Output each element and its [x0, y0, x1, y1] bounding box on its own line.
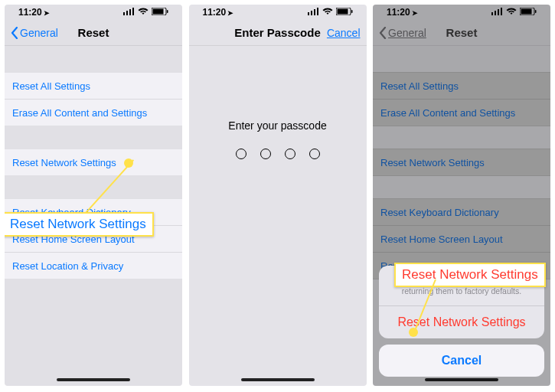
cell-reset-network-settings[interactable]: Reset Network Settings	[5, 149, 182, 176]
passcode-prompt: Enter your passcode	[189, 119, 367, 132]
passcode-dot[interactable]	[236, 149, 246, 159]
status-time: 11:20	[203, 7, 227, 18]
svg-rect-8	[311, 11, 312, 15]
svg-rect-7	[308, 12, 309, 15]
callout-pointer-dot	[409, 328, 418, 337]
svg-rect-12	[337, 9, 348, 15]
nav-bar: General Reset	[5, 20, 182, 46]
status-bar: 11:20➤	[5, 5, 182, 20]
svg-rect-0	[123, 12, 125, 15]
screen-enter-passcode: 11:20➤ Enter Passcode Cancel Enter your …	[189, 5, 367, 386]
passcode-dot[interactable]	[260, 149, 271, 159]
location-icon: ➤	[227, 9, 233, 17]
cell-label: Erase All Content and Settings	[12, 107, 147, 119]
cell-label: Reset Network Settings	[12, 157, 116, 168]
passcode-dot[interactable]	[285, 149, 295, 159]
passcode-dots	[189, 149, 367, 159]
svg-rect-3	[132, 8, 134, 15]
svg-rect-6	[167, 10, 168, 13]
signal-icon	[123, 7, 135, 18]
svg-rect-13	[351, 10, 353, 13]
callout-reset-network-settings: Reset Network Settings	[394, 263, 546, 287]
svg-rect-10	[317, 8, 318, 15]
nav-title: Reset	[78, 26, 109, 39]
screen-reset-action-sheet: 11:20➤ General Reset Reset All Settings …	[373, 5, 550, 386]
nav-back-button[interactable]: General	[8, 20, 61, 46]
home-indicator[interactable]	[57, 378, 130, 381]
cell-erase-all-content[interactable]: Erase All Content and Settings	[5, 99, 182, 126]
status-bar: 11:20➤	[189, 5, 367, 20]
signal-icon	[308, 7, 319, 18]
status-time: 11:20	[18, 7, 42, 18]
action-sheet-cancel-button[interactable]: Cancel	[379, 345, 544, 377]
passcode-dot[interactable]	[309, 149, 320, 159]
wifi-icon	[322, 7, 333, 18]
location-icon: ➤	[44, 9, 50, 17]
action-sheet-destructive-button[interactable]: Reset Network Settings	[379, 306, 544, 338]
battery-icon	[152, 7, 168, 18]
battery-icon	[336, 7, 353, 18]
reset-group-1: Reset All Settings Erase All Content and…	[5, 72, 182, 126]
reset-group-3: Reset Keyboard Dictionary Reset Home Scr…	[5, 198, 182, 279]
svg-rect-1	[126, 11, 128, 15]
callout-reset-network-settings: Reset Network Settings	[5, 212, 154, 237]
nav-back-label: General	[20, 27, 58, 39]
cell-label: Reset Location & Privacy	[12, 260, 123, 272]
nav-bar: Enter Passcode Cancel	[189, 20, 367, 46]
cell-label: Reset All Settings	[12, 80, 90, 92]
home-indicator[interactable]	[425, 378, 498, 381]
cell-reset-location-privacy[interactable]: Reset Location & Privacy	[5, 252, 182, 279]
home-indicator[interactable]	[241, 378, 315, 381]
cell-reset-all-settings[interactable]: Reset All Settings	[5, 72, 182, 100]
reset-group-2: Reset Network Settings	[5, 149, 182, 176]
wifi-icon	[138, 7, 149, 18]
svg-rect-2	[129, 9, 131, 15]
nav-cancel-label: Cancel	[327, 27, 361, 39]
screen-reset-settings: 11:20➤ General Reset Reset All Settings …	[5, 5, 182, 386]
passcode-panel: Enter your passcode	[189, 119, 367, 159]
svg-rect-9	[314, 9, 315, 15]
svg-rect-5	[153, 9, 164, 15]
nav-title: Enter Passcode	[234, 26, 321, 39]
nav-cancel-button[interactable]: Cancel	[327, 20, 361, 46]
chevron-left-icon	[11, 27, 18, 39]
